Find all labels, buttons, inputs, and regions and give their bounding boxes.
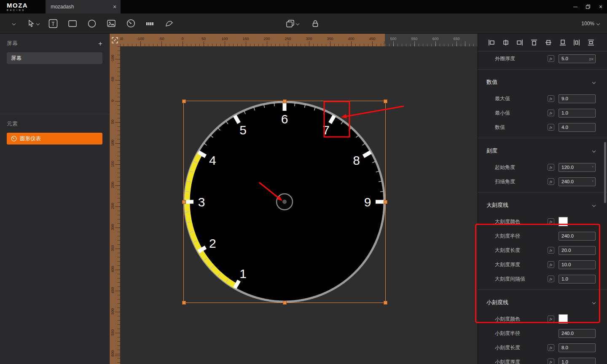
fx-binding-button[interactable]: fx (548, 359, 554, 364)
text-tool-button[interactable]: T (48, 18, 59, 29)
svg-text:2: 2 (209, 236, 216, 250)
fx-binding-button[interactable]: fx (548, 218, 554, 225)
fx-binding-button[interactable]: fx (548, 55, 554, 62)
element-list-item-circular-gauge[interactable]: 圆形仪表 (7, 133, 102, 145)
add-screen-button[interactable]: + (98, 40, 102, 47)
restore-icon (586, 4, 591, 9)
prop-input[interactable] (559, 329, 596, 338)
zoom-control[interactable]: 100% (581, 13, 599, 34)
panel-scrollbar[interactable] (604, 142, 606, 203)
align-top-button[interactable] (530, 38, 538, 47)
fx-binding-button[interactable]: fx (548, 276, 554, 282)
selection-handle[interactable] (384, 200, 387, 204)
prop-label: 大刻度颜色 (495, 218, 548, 225)
curve-tool-button[interactable] (164, 18, 175, 29)
prop-input[interactable] (559, 94, 596, 103)
align-center-horizontal-button[interactable] (502, 38, 510, 47)
section-header-major-ticks[interactable]: 大刻度线 (478, 196, 607, 214)
section-divider (478, 138, 607, 138)
prop-row-minor-ticks: 小刻度长度fx (478, 340, 607, 355)
ruler-label: 300 (110, 219, 115, 236)
section-title: 数值 (486, 78, 593, 86)
layers-button[interactable] (286, 20, 299, 27)
prop-input[interactable] (559, 54, 596, 63)
prop-input[interactable] (559, 123, 596, 132)
moza-logo: MOZA RACING (7, 2, 28, 11)
distribute-horizontal-button[interactable] (572, 38, 581, 47)
fx-binding-button[interactable]: fx (548, 247, 554, 254)
select-tool-button[interactable] (28, 20, 39, 27)
fx-binding-button[interactable]: fx (548, 110, 554, 116)
document-tab-title: mozadash (51, 4, 113, 10)
menu-dropdown-button[interactable] (8, 18, 19, 29)
fx-binding-button[interactable]: fx (548, 344, 554, 351)
ruler-label: -50 (110, 71, 115, 88)
selection-handle[interactable] (182, 99, 186, 103)
align-middle-vertical-button[interactable] (544, 38, 553, 47)
selection-handle[interactable] (283, 301, 287, 305)
ruler-label: 150 (242, 37, 249, 41)
fx-binding-button[interactable]: fx (548, 164, 554, 171)
color-swatch[interactable] (559, 314, 568, 324)
circular-gauge[interactable]: 123456789 (183, 101, 386, 303)
prop-input[interactable] (559, 343, 596, 352)
color-swatch[interactable] (559, 217, 568, 226)
section-header-scale[interactable]: 刻度 (478, 142, 607, 160)
prop-input[interactable] (559, 260, 596, 269)
prop-input[interactable] (559, 358, 596, 364)
ruler-label: 50 (110, 113, 115, 130)
maximize-button[interactable] (582, 0, 594, 13)
image-tool-button[interactable] (106, 18, 117, 29)
section-header-value[interactable]: 数值 (478, 73, 607, 91)
selection-handle[interactable] (182, 200, 186, 204)
ruler-label: 50 (201, 37, 206, 41)
gauge-tool-button[interactable] (125, 18, 136, 29)
prop-row-value: 最小值fx (478, 106, 607, 120)
selection-handle[interactable] (384, 301, 387, 305)
selection-handle[interactable] (283, 99, 287, 103)
fx-binding-button[interactable]: fx (548, 124, 554, 131)
prop-input[interactable] (559, 163, 596, 172)
fx-binding-button[interactable]: fx (548, 95, 554, 102)
fx-binding-button[interactable]: fx (548, 261, 554, 268)
rectangle-tool-button[interactable] (67, 18, 78, 29)
selection-handle[interactable] (384, 99, 387, 103)
canvas[interactable]: 123456789 (120, 46, 478, 364)
bar-meter-tool-button[interactable] (145, 18, 156, 29)
prop-input[interactable] (559, 275, 596, 284)
prop-value-slot (559, 94, 596, 103)
prop-value-slot (559, 123, 596, 132)
align-left-button[interactable] (487, 38, 496, 47)
ellipse-tool-button[interactable] (86, 18, 97, 29)
properties-panel: 外圈厚度fxpx数值最大值fx最小值fx数值fx刻度起始角度fx°扫描角度fx°… (478, 34, 607, 364)
minimize-button[interactable] (569, 0, 582, 13)
section-divider (478, 192, 607, 193)
fx-binding-button[interactable]: fx (548, 316, 554, 322)
section-header-minor-ticks[interactable]: 小刻度线 (478, 293, 607, 312)
fx-binding-button[interactable]: fx (548, 178, 554, 185)
ruler-label: 200 (263, 37, 270, 41)
distribute-vertical-button[interactable] (587, 38, 595, 47)
align-bottom-button[interactable] (559, 38, 567, 47)
prop-input[interactable] (559, 246, 596, 255)
ruler-label: 650 (453, 37, 459, 41)
section-title: 刻度 (486, 147, 593, 155)
close-button[interactable]: × (594, 0, 607, 13)
align-right-button[interactable] (516, 38, 524, 47)
prop-input[interactable] (559, 109, 596, 118)
screen-list-item[interactable]: 屏幕 (7, 52, 102, 64)
tab-close-icon[interactable]: × (113, 3, 116, 10)
ruler-label: -100 (137, 37, 144, 41)
prop-value-slot (559, 109, 596, 118)
prop-input[interactable] (559, 232, 596, 241)
ruler-label: 100 (110, 134, 115, 151)
document-tab[interactable]: mozadash × (46, 0, 121, 13)
prop-row-major-ticks: 大刻度颜色fx (478, 214, 607, 229)
prop-input[interactable] (559, 177, 596, 186)
ruler-label: 550 (110, 324, 115, 341)
selection-handle[interactable] (182, 301, 186, 305)
ruler-corner[interactable] (110, 34, 120, 46)
lock-button[interactable] (310, 18, 321, 29)
chevron-down-icon (592, 80, 596, 84)
ruler-dark-zone (385, 34, 478, 46)
